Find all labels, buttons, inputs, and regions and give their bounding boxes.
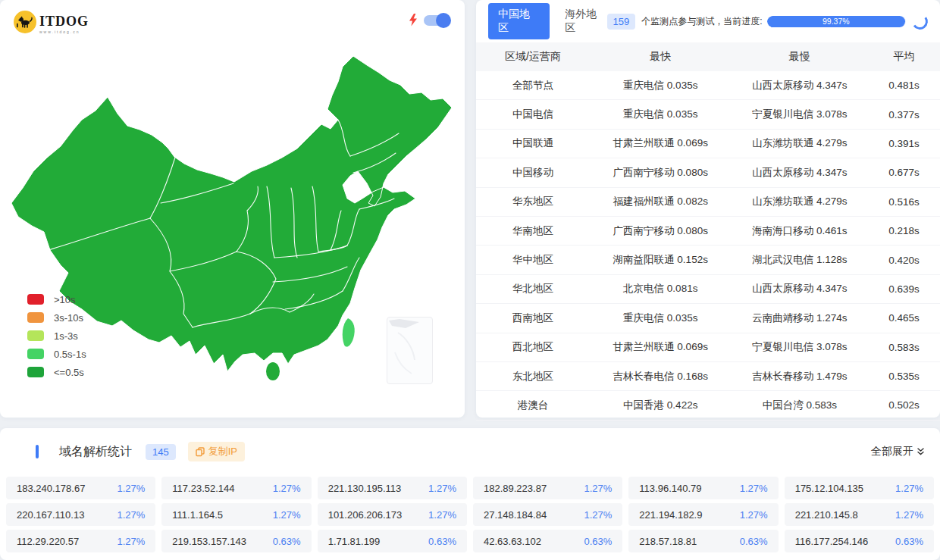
table-cell: 中国香港 0.422s <box>590 399 732 412</box>
ip-chip[interactable]: 218.57.18.810.63% <box>628 530 778 552</box>
legend-item: 0.5s-1s <box>27 345 86 363</box>
dns-header: 域名解析统计 145 复制IP 全部展开 <box>0 428 940 463</box>
itdog-logo: ITDOG www.itdog.cn <box>14 11 89 34</box>
legend-swatch <box>27 349 44 359</box>
table-cell: 港澳台 <box>476 399 590 412</box>
table-cell: 西北地区 <box>476 340 590 354</box>
monitor-progress-text: 个监测点参与测试，当前进度: <box>641 15 762 28</box>
ip-list: 183.240.178.671.27%117.23.52.1441.27%221… <box>0 477 940 552</box>
table-cell: 0.481s <box>868 80 940 91</box>
legend-label: >10s <box>54 294 76 305</box>
copy-icon <box>196 447 205 457</box>
ip-chip[interactable]: 113.96.140.791.27% <box>628 477 778 499</box>
table-header-cell: 最快 <box>590 50 732 64</box>
legend-swatch <box>27 330 44 341</box>
ip-chip[interactable]: 221.130.195.1131.27% <box>318 477 467 499</box>
ip-chip[interactable]: 220.167.110.131.27% <box>6 503 155 526</box>
ip-chip[interactable]: 42.63.63.1020.63% <box>473 530 622 552</box>
ip-chip[interactable]: 1.71.81.1990.63% <box>318 530 467 552</box>
table-cell: 东北地区 <box>476 370 590 383</box>
result-table: 区域/运营商最快最慢平均 全部节点重庆电信 0.035s山西太原移动 4.347… <box>476 42 940 421</box>
table-cell: 0.502s <box>868 399 940 411</box>
progress-fill: 99.37% <box>767 16 905 27</box>
table-body: 全部节点重庆电信 0.035s山西太原移动 4.347s0.481s中国电信重庆… <box>476 71 940 421</box>
ip-percent: 1.27% <box>740 509 768 521</box>
expand-all-button[interactable]: 全部展开 <box>871 445 925 458</box>
ip-chip[interactable]: 112.29.220.571.27% <box>6 530 155 552</box>
speed-mode-toggle[interactable] <box>424 15 450 26</box>
table-cell: 0.677s <box>868 167 940 178</box>
table-cell: 湖北武汉电信 1.128s <box>732 253 869 267</box>
ip-chip[interactable]: 221.210.145.81.27% <box>785 503 934 526</box>
lightning-icon <box>409 14 418 27</box>
table-cell: 中国联通 <box>476 136 590 150</box>
table-cell: 0.218s <box>868 225 940 236</box>
table-row: 中国移动广西南宁移动 0.080s山西太原移动 4.347s0.677s <box>476 158 940 187</box>
table-row: 中国电信重庆电信 0.035s宁夏银川电信 3.078s0.377s <box>476 100 940 129</box>
dog-logo-icon <box>14 11 36 33</box>
table-cell: 宁夏银川电信 3.078s <box>732 340 869 354</box>
ip-address: 112.29.220.57 <box>17 536 79 547</box>
table-cell: 山东潍坊联通 4.279s <box>732 195 869 208</box>
table-cell: 重庆电信 0.035s <box>590 108 732 121</box>
table-row: 西北地区甘肃兰州联通 0.069s宁夏银川电信 3.078s0.583s <box>476 333 940 362</box>
ip-chip[interactable]: 182.89.223.871.27% <box>473 477 622 499</box>
ip-address: 182.89.223.87 <box>484 483 547 494</box>
ip-percent: 0.63% <box>584 536 612 547</box>
ip-address: 221.194.182.9 <box>639 509 702 521</box>
south-china-sea-inset <box>387 317 433 384</box>
ip-chip[interactable]: 101.206.206.1731.27% <box>318 503 467 526</box>
ip-percent: 1.27% <box>740 483 768 494</box>
ip-percent: 1.27% <box>584 509 612 521</box>
dns-count-badge: 145 <box>146 444 176 460</box>
ip-chip[interactable]: 116.177.254.1460.63% <box>785 530 934 552</box>
legend-label: 0.5s-1s <box>54 349 86 360</box>
logo-subtitle: www.itdog.cn <box>39 30 89 34</box>
taiwan-region <box>343 318 355 347</box>
legend-item: <=0.5s <box>27 363 86 381</box>
table-cell: 重庆电信 0.035s <box>590 79 732 92</box>
table-cell: 云南曲靖移动 1.274s <box>732 311 869 325</box>
double-chevron-down-icon <box>916 447 925 456</box>
tab-china-region[interactable]: 中国地区 <box>488 3 550 39</box>
ip-percent: 1.27% <box>117 536 145 547</box>
toggle-knob <box>436 13 451 28</box>
ip-chip[interactable]: 111.1.164.51.27% <box>161 503 311 526</box>
ip-address: 116.177.254.146 <box>795 536 869 547</box>
ip-address: 221.130.195.113 <box>328 483 402 494</box>
table-row: 西南地区重庆电信 0.035s云南曲靖移动 1.274s0.465s <box>476 304 940 333</box>
tab-overseas-region[interactable]: 海外地区 <box>565 8 606 35</box>
ip-percent: 0.63% <box>895 536 923 547</box>
ip-address: 218.57.18.81 <box>639 536 697 547</box>
ip-percent: 0.63% <box>740 536 768 547</box>
ip-chip[interactable]: 183.240.178.671.27% <box>6 477 155 499</box>
loading-spinner-icon <box>911 12 929 30</box>
table-cell: 中国电信 <box>476 108 590 121</box>
table-cell: 山西太原移动 4.347s <box>732 79 869 92</box>
ip-address: 101.206.206.173 <box>328 509 403 521</box>
monitor-count-badge: 159 <box>607 14 636 30</box>
table-cell: 甘肃兰州联通 0.069s <box>590 136 732 150</box>
ip-percent: 1.27% <box>895 483 923 494</box>
table-cell: 西南地区 <box>476 311 590 325</box>
table-cell: 福建福州联通 0.082s <box>590 195 732 208</box>
ip-chip[interactable]: 219.153.157.1430.63% <box>161 530 311 552</box>
ip-percent: 0.63% <box>428 536 456 547</box>
ip-chip[interactable]: 117.23.52.1441.27% <box>161 477 311 499</box>
ip-chip[interactable]: 175.12.104.1351.27% <box>785 477 934 499</box>
dns-title: 域名解析统计 <box>59 444 132 460</box>
ip-percent: 1.27% <box>428 483 456 494</box>
table-header-cell: 最慢 <box>732 50 869 64</box>
title-accent-bar <box>36 445 39 458</box>
table-cell: 中国移动 <box>476 166 590 180</box>
table-cell: 0.391s <box>868 138 940 149</box>
ip-address: 117.23.52.144 <box>172 483 234 494</box>
ip-chip[interactable]: 27.148.184.841.27% <box>473 503 622 526</box>
table-cell: 广西南宁移动 0.080s <box>590 166 732 180</box>
table-cell: 山西太原移动 4.347s <box>732 282 869 296</box>
table-cell: 山西太原移动 4.347s <box>732 166 869 180</box>
ip-chip[interactable]: 221.194.182.91.27% <box>628 503 778 526</box>
table-cell: 0.377s <box>868 109 940 120</box>
copy-ip-button[interactable]: 复制IP <box>188 442 245 461</box>
table-cell: 华东地区 <box>476 195 590 208</box>
